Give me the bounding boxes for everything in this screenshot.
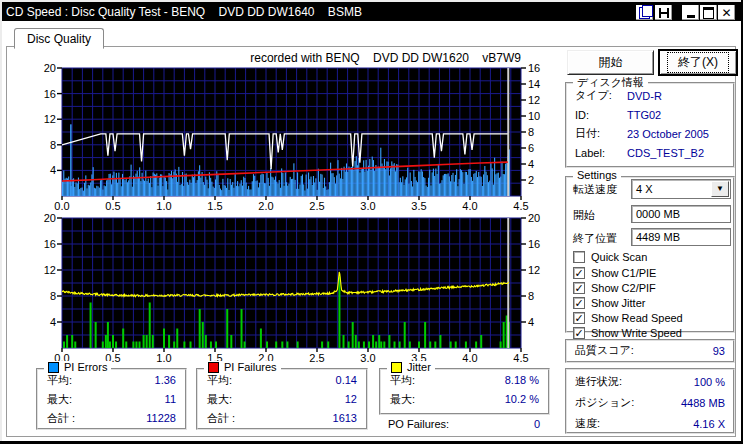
stat-label: 合計 : [47, 411, 75, 426]
y-axis-tick-label: 8 [30, 290, 56, 302]
y-axis-right-tick-label: 8 [528, 290, 554, 302]
x-axis-tick-label: 0.5 [98, 200, 128, 212]
disc-id-value: TTG02 [627, 109, 661, 121]
y-axis-right-tick-label: 16 [528, 238, 554, 250]
app-window: CD Speed : Disc Quality Test - BENQ DVD … [0, 0, 743, 444]
stat-value: 1.36 [155, 374, 176, 386]
stat-value: 8.18 % [505, 374, 539, 386]
window-title: CD Speed : Disc Quality Test - BENQ DVD … [6, 5, 362, 19]
y-axis-tick-label: 20 [30, 212, 56, 224]
minimize-button[interactable] [681, 4, 700, 21]
y-axis-right-tick-label: 6 [528, 142, 554, 154]
save-button[interactable] [654, 4, 673, 21]
y-axis-right-tick-label: 8 [528, 126, 554, 138]
pi-failures-jitter-chart [62, 218, 521, 348]
exit-button[interactable]: 終了(X) [659, 50, 737, 75]
disc-date-label: 日付: [575, 126, 627, 141]
stat-label: 合計 : [207, 411, 235, 426]
stat-value: 0.14 [336, 374, 357, 386]
stat-label: 平均: [47, 373, 72, 388]
checkbox-box[interactable] [573, 251, 585, 263]
checkbox-show-c2-pif[interactable]: ✓Show C2/PIF [573, 281, 656, 295]
checkbox-show-write-speed[interactable]: ✓Show Write Speed [573, 326, 682, 340]
stat-label: 平均: [207, 373, 232, 388]
maximize-icon [703, 7, 714, 19]
checkbox-show-read-speed[interactable]: ✓Show Read Speed [573, 311, 683, 325]
exit-button-label: 終了(X) [667, 52, 729, 73]
y-axis-tick-label: 8 [30, 139, 56, 151]
progress-value: 100 % [694, 376, 725, 388]
speed-label: 転送速度 [573, 182, 617, 197]
speed-stat-label: 速度: [575, 416, 600, 431]
x-axis-tick-label: 1.0 [149, 200, 179, 212]
checkbox-label: Show C2/PIF [591, 282, 656, 294]
title-bar: CD Speed : Disc Quality Test - BENQ DVD … [2, 2, 741, 21]
quality-score-value: 93 [713, 345, 725, 357]
jitter-legend-icon [391, 362, 402, 373]
x-axis-tick-label: 1.0 [149, 352, 179, 364]
copy-icon [639, 7, 650, 19]
x-axis-tick-label: 2.5 [302, 352, 332, 364]
stat-label: 平均: [390, 373, 415, 388]
start-pos-field[interactable]: 0000 MB [631, 205, 731, 223]
checkbox-box[interactable]: ✓ [573, 267, 585, 279]
quality-score-box: 品質スコア: 93 [565, 339, 735, 363]
position-label: ポジション: [575, 395, 634, 410]
tab-label: Disc Quality [27, 32, 91, 46]
checkbox-show-c1-pie[interactable]: ✓Show C1/PIE [573, 266, 656, 280]
x-axis-tick-label: 2.5 [302, 200, 332, 212]
checkbox-show-jitter[interactable]: ✓Show Jitter [573, 296, 645, 310]
y-axis-right-tick-label: 16 [528, 62, 554, 74]
speed-combobox[interactable]: 4 X ▼ [631, 179, 731, 199]
stat-label: 最大: [207, 392, 232, 407]
x-axis-tick-label: 3.0 [353, 352, 383, 364]
pi-failures-legend-icon [208, 362, 219, 373]
end-pos-field[interactable]: 4489 MB [631, 228, 731, 246]
disc-id-label: ID: [575, 109, 627, 121]
maximize-button[interactable] [699, 4, 718, 21]
y-axis-right-tick-label: 20 [528, 212, 554, 224]
close-button[interactable]: ✕ [717, 4, 736, 21]
pi-errors-legend-icon [48, 362, 59, 373]
y-axis-tick-label: 4 [30, 316, 56, 328]
jitter-stats-box: Jitter 平均:8.18 % 最大:10.2 % [379, 368, 550, 415]
y-axis-right-tick-label: 14 [528, 78, 554, 90]
copy-results-button[interactable] [635, 4, 654, 21]
pi-failures-title: PI Failures [224, 361, 277, 373]
y-axis-tick-label: 12 [30, 264, 56, 276]
settings-title: Settings [577, 169, 617, 181]
pi-errors-chart [62, 68, 521, 196]
checkbox-box[interactable]: ✓ [573, 312, 585, 324]
close-icon: ✕ [721, 7, 731, 19]
checkbox-box[interactable]: ✓ [573, 282, 585, 294]
disc-type-value: DVD-R [627, 90, 662, 102]
po-failures-row: PO Failures: 0 [388, 418, 540, 430]
stat-label: 最大: [47, 392, 72, 407]
stat-value: 12 [345, 393, 357, 405]
y-axis-right-tick-label: 4 [528, 316, 554, 328]
checkbox-label: Show C1/PIE [591, 267, 656, 279]
position-value: 4488 MB [681, 397, 725, 409]
checkbox-box[interactable]: ✓ [573, 327, 585, 339]
end-pos-value: 4489 MB [636, 231, 680, 243]
disc-label-label: Label: [575, 147, 627, 159]
speed-value: 4 X [636, 183, 653, 195]
start-button[interactable]: 開始 [567, 50, 654, 75]
y-axis-tick-label: 20 [30, 62, 56, 74]
checkbox-box[interactable]: ✓ [573, 297, 585, 309]
start-pos-label: 開始 [573, 208, 595, 223]
tab-disc-quality[interactable]: Disc Quality [14, 28, 104, 49]
x-axis-tick-label: 4.0 [455, 200, 485, 212]
disc-type-label: タイプ: [575, 88, 627, 103]
disc-info-group: ディスク情報 タイプ:DVD-R ID:TTG02 日付:23 October … [565, 82, 735, 168]
disc-label-value: CDS_TEST_B2 [627, 147, 704, 159]
pi-errors-title: PI Errors [64, 361, 107, 373]
checkbox-label: Quick Scan [591, 251, 647, 263]
x-axis-tick-label: 0.0 [47, 200, 77, 212]
checkbox-quick-scan[interactable]: Quick Scan [573, 250, 647, 264]
chevron-down-icon[interactable]: ▼ [711, 181, 729, 197]
stat-label: 最大: [390, 392, 415, 407]
y-axis-tick-label: 16 [30, 88, 56, 100]
pi-failures-stats-box: PI Failures 平均:0.14 最大:12 合計 :1613 [196, 368, 368, 430]
minimize-icon [687, 15, 695, 18]
